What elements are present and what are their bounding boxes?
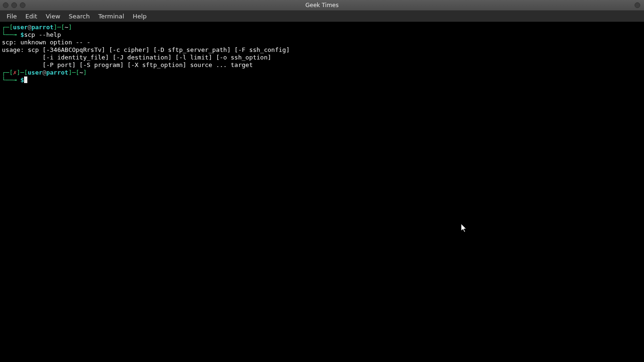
prompt-host: parrot [46, 69, 68, 76]
window-title: Geek Times [0, 2, 644, 8]
prompt-dollar: $ [20, 76, 24, 84]
prompt-bracket: ] [83, 69, 87, 76]
prompt-bracket: ]─[ [54, 24, 65, 31]
menu-search[interactable]: Search [65, 12, 94, 21]
prompt-arrow: └──╼ [2, 31, 20, 38]
window-titlebar: Geek Times [0, 0, 644, 10]
prompt-bracket: ]─[ [17, 69, 27, 76]
prompt-bracket: ┌─[ [2, 24, 13, 31]
text-cursor [24, 76, 27, 83]
menubar: File Edit View Search Terminal Help [0, 10, 644, 22]
output-line: [-i identity_file] [-J destination] [-l … [2, 54, 271, 61]
output-line: [-P port] [-S program] [-X sftp_option] … [2, 61, 253, 68]
prompt-host: parrot [32, 24, 54, 31]
prompt-user: user [13, 24, 27, 31]
menu-file[interactable]: File [3, 12, 21, 21]
prompt-user: user [28, 69, 42, 76]
prompt-bracket: ]─[ [68, 69, 79, 76]
prompt-bracket: ] [68, 24, 72, 31]
output-line: usage: scp [-346ABCOpqRrsTv] [-c cipher]… [2, 46, 289, 53]
window-close-button[interactable] [3, 2, 8, 8]
prompt-at: @ [28, 24, 32, 31]
terminal-output-area[interactable]: ┌─[user@parrot]─[~] └──╼ $scp --help scp… [0, 22, 644, 362]
output-line: scp: unknown option -- - [2, 39, 91, 46]
menu-terminal[interactable]: Terminal [94, 12, 128, 21]
prompt-at: @ [42, 69, 46, 76]
prompt-cwd: ~ [65, 24, 68, 31]
menu-help[interactable]: Help [129, 12, 150, 21]
window-maximize-button[interactable] [20, 2, 25, 8]
prompt-arrow: └──╼ [2, 76, 20, 84]
menu-edit[interactable]: Edit [22, 12, 41, 21]
window-menu-button[interactable] [635, 2, 640, 8]
prompt-dollar: $ [20, 31, 24, 38]
command-text: scp --help [24, 31, 61, 38]
window-controls [0, 2, 25, 8]
menu-view[interactable]: View [42, 12, 64, 21]
window-minimize-button[interactable] [11, 2, 17, 8]
prompt-bracket: ┌─[ [2, 69, 13, 76]
